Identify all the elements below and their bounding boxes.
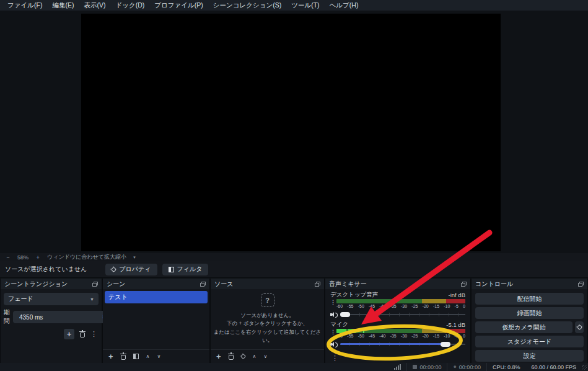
filter-icon [169, 267, 174, 272]
volume-slider[interactable] [340, 311, 465, 318]
move-source-down-button[interactable]: ∨ [263, 354, 267, 359]
scene-list-item[interactable]: テスト [105, 291, 208, 303]
scenes-toolbar: + ∧ ∨ [103, 349, 209, 363]
mixer-options-button[interactable]: ⋮ [331, 355, 338, 362]
sources-empty-line2: 下の + ボタンをクリックするか、 [211, 320, 324, 328]
trash-icon [229, 355, 234, 360]
filters-button[interactable]: フィルタ [162, 264, 209, 275]
add-transition-button[interactable]: + [64, 329, 74, 339]
meter-strip [336, 299, 465, 303]
menu-edit[interactable]: 編集(E) [47, 0, 79, 11]
meter-scale: -60-55-50-45-40-35-30-25-20-15-10-50 [336, 303, 465, 309]
channel-name: デスクトップ音声 [330, 291, 378, 299]
menu-file[interactable]: ファイル(F) [2, 0, 47, 11]
duration-input-wrap: ∧ ∨ [13, 311, 106, 323]
menu-scene-collection[interactable]: シーンコレクション(S) [208, 0, 286, 11]
virtual-camera-settings-button[interactable] [575, 321, 584, 333]
chevron-down-icon[interactable]: ▼ [133, 256, 136, 259]
volume-slider-fill [340, 343, 445, 345]
channel-name: マイク [330, 321, 348, 329]
sources-empty-state[interactable]: ? ソースがありません。 下の + ボタンをクリックするか、 またはここを右クリ… [211, 289, 324, 349]
stream-timer: 00:00:00 [406, 363, 447, 371]
record-timer: ● 00:00:00 [447, 363, 486, 371]
sources-empty-line3: またはここを右クリックして追加してください。 [211, 328, 324, 344]
menu-docks[interactable]: ドック(D) [110, 0, 149, 11]
transition-select[interactable]: フェード ▼ [4, 293, 99, 305]
controls-title-bar: コントロール [472, 279, 587, 289]
zoom-out-button[interactable]: − [5, 254, 11, 261]
scenes-title-bar: シーン [103, 279, 209, 289]
move-scene-down-button[interactable]: ∨ [157, 354, 160, 359]
menu-profile[interactable]: プロファイル(P) [149, 0, 208, 11]
remove-scene-button[interactable] [121, 354, 126, 360]
obs-main-window: ファイル(F) 編集(E) 表示(V) ドック(D) プロファイル(P) シーン… [0, 0, 588, 371]
preview-zoom-bar: − 58% + ウィンドウに合わせて拡大縮小 ▼ [0, 253, 588, 261]
remove-source-button[interactable] [229, 354, 234, 360]
menu-view[interactable]: 表示(V) [79, 0, 110, 11]
menu-help[interactable]: ヘルプ(H) [325, 0, 364, 11]
zoom-level: 58% [17, 254, 29, 261]
transition-options-button[interactable]: ⋮ [90, 331, 97, 337]
start-recording-button[interactable]: 録画開始 [475, 307, 584, 319]
volume-slider-handle[interactable] [340, 312, 350, 317]
meter-scale: -60-55-50-45-40-35-30-25-20-15-10-50 [336, 333, 465, 339]
drag-handle-icon[interactable]: ⋮ [330, 329, 334, 334]
sources-empty-text: ソースがありません。 下の + ボタンをクリックするか、 またはここを右クリック… [211, 311, 324, 344]
no-source-selected-label: ソースが選択されていません [5, 265, 87, 274]
sources-toolbar: + ∧ ∨ [211, 349, 324, 363]
stream-icon [413, 365, 417, 369]
question-icon: ? [261, 293, 274, 307]
zoom-in-button[interactable]: + [35, 254, 41, 261]
popout-icon[interactable] [578, 282, 584, 287]
stream-time: 00:00:00 [419, 364, 441, 370]
scene-transitions-panel: シーントランジション フェード ▼ 期間 ∧ ∨ + [1, 279, 102, 363]
remove-transition-button[interactable] [80, 331, 85, 337]
duration-label: 期間 [4, 308, 10, 326]
properties-button[interactable]: プロパティ [105, 264, 157, 275]
properties-button-label: プロパティ [119, 265, 151, 274]
speaker-icon[interactable] [330, 311, 336, 318]
filters-button-label: フィルタ [177, 265, 203, 274]
connection-quality [388, 363, 406, 371]
popout-icon[interactable] [200, 282, 206, 287]
controls-title: コントロール [475, 280, 513, 288]
audio-mixer-title: 音声ミキサー [329, 280, 367, 288]
sources-panel: ソース ? ソースがありません。 下の + ボタンをクリックするか、 またはここ… [211, 279, 324, 363]
mixer-channel-mic: マイク -5.1 dB ⋮ -60-55-50-45-40-35-30-25-2… [325, 319, 470, 349]
dock-row: シーントランジション フェード ▼ 期間 ∧ ∨ + [0, 279, 588, 363]
duration-input[interactable] [18, 313, 102, 321]
settings-button[interactable]: 設定 [475, 350, 584, 362]
trash-icon [121, 355, 126, 360]
controls-panel: コントロール 配信開始 録画開始 仮想カメラ開始 スタジオモード 設定 [472, 279, 587, 363]
resize-grip[interactable] [582, 365, 587, 370]
audio-mixer-title-bar: 音声ミキサー [325, 279, 470, 289]
scene-transitions-title: シーントランジション [4, 280, 68, 288]
transition-selected-value: フェード [8, 295, 33, 303]
menu-tools[interactable]: ツール(T) [286, 0, 324, 11]
scenes-title: シーン [107, 280, 125, 288]
source-properties-button[interactable] [241, 354, 245, 359]
popout-icon[interactable] [461, 282, 467, 287]
popout-icon[interactable] [92, 282, 98, 287]
drag-handle-icon[interactable]: ⋮ [330, 300, 334, 305]
move-scene-up-button[interactable]: ∧ [146, 354, 150, 359]
scenes-panel: シーン テスト + ∧ ∨ [103, 279, 209, 363]
volume-slider-handle[interactable] [441, 342, 450, 347]
start-streaming-button[interactable]: 配信開始 [475, 293, 584, 305]
fit-to-window-label[interactable]: ウィンドウに合わせて拡大縮小 [47, 253, 126, 261]
speaker-icon[interactable] [330, 341, 336, 347]
gear-icon [577, 325, 582, 329]
studio-mode-button[interactable]: スタジオモード [475, 336, 584, 347]
audio-mixer-panel: 音声ミキサー デスクトップ音声 -inf dB ⋮ -60-55-50-45-4… [325, 279, 470, 363]
preview-canvas[interactable] [81, 14, 501, 251]
add-source-button[interactable]: + [216, 352, 221, 360]
scene-transitions-title-bar: シーントランジション [1, 279, 102, 289]
cpu-usage: CPU: 0.8% [486, 363, 526, 371]
move-source-up-button[interactable]: ∧ [253, 354, 257, 359]
popout-icon[interactable] [315, 282, 320, 287]
add-scene-button[interactable]: + [108, 352, 113, 360]
preview-area [0, 11, 588, 253]
volume-slider[interactable] [340, 341, 465, 347]
start-virtual-camera-button[interactable]: 仮想カメラ開始 [475, 321, 573, 333]
scene-filters-button[interactable] [133, 354, 139, 359]
